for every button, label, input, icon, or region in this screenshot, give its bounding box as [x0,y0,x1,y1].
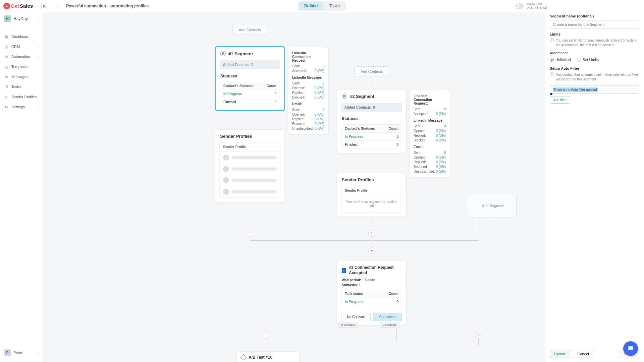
nav-label: Dashboard [11,35,30,39]
status-in-progress: In Progress [345,135,363,138]
nav-messages[interactable]: ✉Messages [0,72,43,82]
automation-label: Automation [550,51,639,55]
blurred-name [232,190,277,193]
connector [372,240,479,241]
help-icon[interactable]: ? [550,72,554,76]
add-step-button[interactable]: + [368,230,375,237]
user-avatar: P [4,349,11,356]
branch-connected[interactable]: Connected [373,313,402,321]
sender-profile-item[interactable] [220,163,280,175]
nav-label: Sender Profiles [11,95,37,99]
added-contacts-bar: Added Contacts: 0 [220,60,280,69]
stat-value: 0 (0%) [315,86,324,90]
sender-profile-item[interactable] [220,175,280,186]
radio-label: Set Limits [583,58,599,62]
sender-profiles-empty: You don't have any sender profiles yet [341,195,402,212]
stat-label: Bounced: [292,122,306,126]
radio-set-limits[interactable]: Set Limits [577,58,599,62]
tab-tasks[interactable]: Tasks [324,2,345,10]
nav-automation[interactable]: ⟳Automation› [0,52,43,62]
ab-test-node[interactable]: A/B Test #16 [236,351,300,362]
nav: ▦Dashboard ◫CRM› ⟳Automation› ▤Templates… [0,32,43,112]
automation-canvas[interactable]: Add Contacts Add Contacts #1 Segment Add… [43,12,545,362]
chevron-right-icon: › [38,45,39,48]
nav-settings[interactable]: ⚙Settings› [0,102,43,112]
dashboard-icon: ▦ [4,34,9,39]
sender-profile-item[interactable] [220,186,280,197]
sender-profile-item[interactable] [220,152,280,163]
sender-profiles-2-node[interactable]: Sender Profiles Sender Profile You don't… [337,173,407,217]
nav-sender-profiles[interactable]: ☺Sender Profiles [0,92,43,102]
limits-label: Limits [550,32,639,36]
add-step-button[interactable]: + [262,332,268,339]
add-step-button[interactable]: + [475,332,482,339]
nav-label: Automation [11,55,30,59]
task-table: Task statusCount In Progress0 [341,290,402,306]
back-arrow[interactable]: ← [57,3,61,9]
nav-tasks[interactable]: ☑Tasks [0,82,43,92]
stat-label: Sent: [292,64,300,68]
add-step-button[interactable]: + [247,230,253,237]
filter-section-label: Setup Auto Filter [550,66,639,70]
branch-no-connect[interactable]: No Connect [341,313,371,321]
add-contacts-button-2[interactable]: Add Contacts [354,66,389,76]
page-title: Powerful automation - autorotating profi… [66,4,149,8]
col-count: Count [389,127,398,130]
workspace-selector[interactable]: H HayDay › [0,12,43,25]
task-in-progress: In Progress [345,300,363,304]
stat-label: Replied: [414,134,426,137]
sender-profile-col: Sender Profile [341,186,402,195]
sender-profiles-heading: Sender Profiles [337,173,406,184]
stat-label: Bounced: [414,165,428,169]
connection-request-node[interactable]: in #3 Connection Request Accepted Wait p… [337,261,407,325]
stat-label: Sent: [414,124,421,128]
nav-templates[interactable]: ▤Templates [0,62,43,72]
tab-builder[interactable]: Builder [299,2,323,10]
user-menu[interactable]: P Peter › [0,347,43,359]
status-count: 0 [396,143,398,146]
added-count: 0 [373,105,375,109]
col-status: Contact's Statuses [345,127,375,130]
nav-label: Messages [11,75,28,79]
stat-label: Sent: [292,108,300,112]
segment-name-input[interactable] [550,20,639,29]
radio-unlimited[interactable]: Unlimited [550,58,571,62]
status-finished: Finished [345,143,358,146]
logo-mark: ● [3,3,10,9]
update-button[interactable]: Update [550,350,570,358]
add-filter-button[interactable]: Add filter [550,97,570,104]
run-toggle[interactable] [514,3,524,9]
stats-group-licr: LinkedIn Connection Request: [292,51,324,62]
logo[interactable]: ● GetSales.. [3,3,35,9]
connector [250,240,372,241]
nav-crm[interactable]: ◫CRM› [0,42,43,52]
sender-profiles-1-node[interactable]: Sender Profiles Sender Profile [215,129,285,202]
messages-icon: ✉ [4,74,9,79]
chat-fab[interactable] [623,341,638,356]
segment-1-node[interactable]: #1 Segment Added Contacts: 0 Statuses Co… [215,46,285,111]
add-contacts-button-1[interactable]: Add Contacts [232,25,267,35]
stat-value: 0 (0%) [436,170,446,173]
nav-dashboard[interactable]: ▦Dashboard [0,32,43,42]
segment-2-node[interactable]: #2 Segment Added Contacts: 0 Statuses Co… [337,89,407,153]
nav-label: Settings [11,105,25,109]
limits-radio-group: Unlimited Set Limits [550,58,639,62]
add-segment-button[interactable]: + Add Segment [467,194,517,218]
sender-profiles-list: Sender Profile You don't have any sender… [341,186,402,213]
help-icon[interactable]: ? [550,38,554,42]
sidebar-collapse-button[interactable]: ◧ [41,3,47,9]
add-step-button[interactable]: + [368,247,375,254]
stat-value: 0 (0%) [436,165,446,169]
filter-helper: ? Any contact that at some point in time… [550,72,639,82]
status-table: Contact's StatusesCount In Progress0 Fin… [341,124,402,149]
linkedin-icon: in [342,268,346,273]
radio-label: Unlimited [555,58,571,62]
sidebar: H HayDay › ▦Dashboard ◫CRM› ⟳Automation›… [0,12,43,362]
cancel-button[interactable]: Cancel [573,350,593,358]
stat-label: Unsubscribed: [292,127,314,130]
stat-value: 0 (0%) [315,122,324,126]
logo-text-sales: Sales [20,3,33,9]
subtasks-value: 1 [359,283,361,287]
avatar [223,166,229,172]
stats-group-email: Email: [414,145,446,149]
